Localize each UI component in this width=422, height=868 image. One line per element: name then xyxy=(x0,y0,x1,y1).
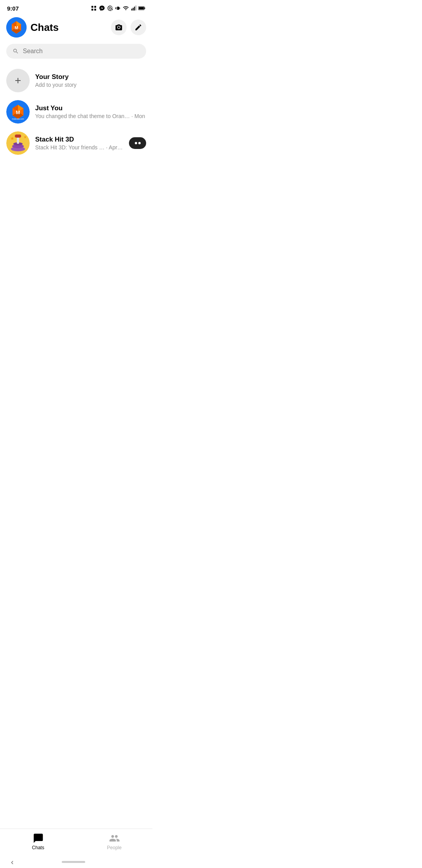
camera-icon xyxy=(115,23,123,31)
status-time: 9:07 xyxy=(7,5,19,12)
svg-rect-6 xyxy=(134,7,135,11)
svg-text:M: M xyxy=(14,25,18,30)
add-story-icon: + xyxy=(15,75,21,86)
svg-rect-7 xyxy=(136,5,136,11)
at-icon xyxy=(107,5,113,11)
svg-rect-4 xyxy=(131,9,132,11)
svg-rect-29 xyxy=(15,135,21,138)
edit-icon xyxy=(134,23,142,31)
story-avatar: + xyxy=(6,69,30,92)
search-icon xyxy=(13,48,19,55)
svg-rect-5 xyxy=(133,8,134,11)
just-you-avatar-icon: M malavida.com xyxy=(6,100,30,124)
chat-name-just-you: Just You xyxy=(35,104,146,112)
chat-item-stack-hit[interactable]: ★ ★ Stack Hit 3D Stack Hit 3D: Your frie… xyxy=(0,127,152,159)
compose-button[interactable] xyxy=(131,20,146,35)
svg-text:malavida.com: malavida.com xyxy=(12,118,24,120)
app-header: M Chats xyxy=(0,14,152,42)
status-icons xyxy=(91,5,145,11)
messenger-icon xyxy=(99,5,105,11)
chat-preview-stack-hit: Stack Hit 3D: Your friends … · Apr 28 xyxy=(35,144,123,151)
chat-item-just-you[interactable]: M malavida.com Just You You changed the … xyxy=(0,96,152,127)
story-item[interactable]: + Your Story Add to your story xyxy=(0,65,152,96)
chat-avatar-just-you: M malavida.com xyxy=(6,100,30,124)
app-logo-avatar: M xyxy=(6,17,27,38)
svg-rect-3 xyxy=(94,9,96,11)
vibrate-icon xyxy=(115,5,121,11)
svg-text:★: ★ xyxy=(10,136,14,141)
svg-text:★: ★ xyxy=(23,135,27,139)
malavida-logo: M xyxy=(6,17,27,38)
badge-dot-1 xyxy=(135,142,137,144)
page-title: Chats xyxy=(30,22,107,34)
chat-info-just-you: Just You You changed the chat theme to O… xyxy=(35,104,146,119)
svg-rect-9 xyxy=(144,7,145,9)
svg-rect-10 xyxy=(139,7,144,9)
search-input[interactable] xyxy=(23,48,140,55)
game-badge xyxy=(129,137,146,149)
stack-hit-avatar-icon: ★ ★ xyxy=(6,131,30,155)
search-container[interactable] xyxy=(6,44,146,59)
svg-text:M: M xyxy=(16,109,20,115)
status-bar: 9:07 xyxy=(0,0,152,14)
story-info: Your Story Add to your story xyxy=(35,73,77,88)
battery-icon xyxy=(138,5,145,11)
camera-button[interactable] xyxy=(111,20,127,35)
notification-icon xyxy=(91,5,97,11)
chat-avatar-stack-hit: ★ ★ xyxy=(6,131,30,155)
story-subtitle: Add to your story xyxy=(35,82,77,88)
svg-rect-1 xyxy=(94,6,96,8)
svg-rect-2 xyxy=(91,9,93,11)
svg-rect-0 xyxy=(91,6,93,8)
wifi-icon xyxy=(123,5,129,11)
chat-preview-just-you: You changed the chat theme to Oran… · Mo… xyxy=(35,113,146,119)
search-section xyxy=(0,42,152,65)
signal-icon xyxy=(131,5,136,11)
badge-dot-2 xyxy=(138,142,141,144)
chat-name-stack-hit: Stack Hit 3D xyxy=(35,136,123,143)
chat-info-stack-hit: Stack Hit 3D Stack Hit 3D: Your friends … xyxy=(35,136,123,151)
story-title: Your Story xyxy=(35,73,77,81)
